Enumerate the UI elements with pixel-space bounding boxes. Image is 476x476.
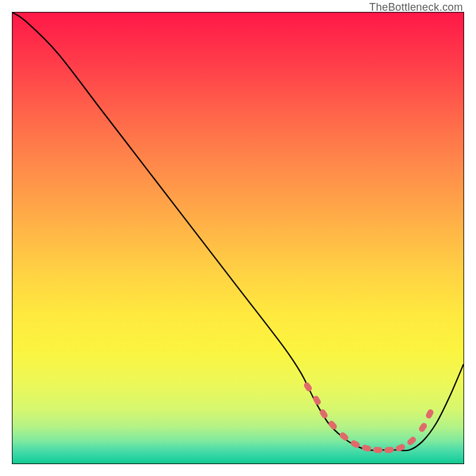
marker-point [312, 394, 322, 406]
marker-point [373, 447, 383, 453]
marker-point [361, 444, 372, 452]
marker-point [425, 408, 434, 419]
marker-point [384, 447, 394, 454]
marker-point [339, 431, 350, 442]
marker-point [303, 381, 313, 393]
bottleneck-curve [12, 12, 464, 450]
optimal-zone-markers [303, 381, 434, 453]
marker-point [327, 419, 338, 431]
marker-point [406, 436, 418, 446]
plot-area [12, 12, 464, 464]
chart-svg [12, 12, 464, 464]
chart-container: TheBottleneck.com [0, 0, 476, 476]
marker-point [418, 422, 428, 433]
